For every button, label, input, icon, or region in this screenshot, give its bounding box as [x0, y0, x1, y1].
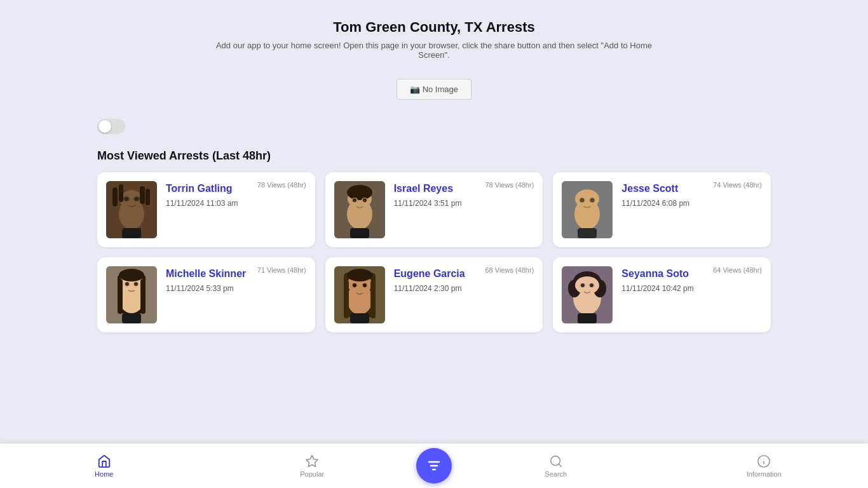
svg-point-10: [135, 197, 139, 201]
arrest-info: 68 Views (48hr) Eugene Garcia 11/11/2024…: [394, 266, 534, 294]
arrests-grid: 78 Views (48hr) Torrin Gatling 11/11/202…: [85, 172, 783, 332]
arrest-date: 11/11/2024 3:51 pm: [394, 198, 534, 209]
svg-point-23: [575, 189, 599, 208]
svg-point-50: [353, 283, 356, 287]
toggle-container: [85, 112, 783, 143]
svg-point-62: [590, 283, 593, 287]
svg-point-9: [125, 197, 128, 201]
mugshot: [334, 181, 385, 238]
views-badge: 74 Views (48hr): [713, 181, 762, 189]
arrest-card[interactable]: 78 Views (48hr) Torrin Gatling 11/11/202…: [97, 172, 315, 247]
svg-rect-4: [119, 184, 123, 202]
svg-point-15: [347, 185, 372, 200]
svg-rect-28: [578, 228, 597, 238]
search-icon: [549, 454, 563, 468]
svg-point-38: [125, 282, 129, 286]
no-image-container: 📷 No Image: [397, 79, 471, 100]
mugshot: [106, 181, 157, 238]
arrest-info: 74 Views (48hr) Jesse Scott 11/11/2024 6…: [621, 181, 762, 209]
arrest-date: 11/11/2024 2:30 pm: [394, 283, 534, 294]
svg-point-39: [134, 282, 138, 286]
svg-marker-64: [306, 455, 318, 466]
svg-point-33: [119, 269, 144, 281]
arrest-card[interactable]: 64 Views (48hr) Seyanna Soto 11/11/2024 …: [553, 257, 771, 332]
svg-point-2: [120, 190, 143, 210]
svg-line-69: [559, 464, 561, 466]
svg-point-19: [363, 198, 367, 202]
svg-point-51: [363, 283, 367, 287]
arrest-info: 78 Views (48hr) Israel Reyes 11/11/2024 …: [394, 181, 534, 209]
arrest-card[interactable]: 78 Views (48hr) Israel Reyes 11/11/2024 …: [325, 172, 543, 247]
bottom-nav: Home Popular Search Information: [0, 444, 868, 488]
page-title: Tom Green County, TX Arrests: [13, 19, 855, 36]
svg-rect-40: [122, 313, 141, 323]
svg-point-58: [575, 276, 599, 294]
nav-item-popular[interactable]: Popular: [208, 449, 417, 483]
arrest-date: 11/11/2024 5:33 pm: [166, 283, 306, 294]
page-wrapper: Tom Green County, TX Arrests Add our app…: [0, 0, 868, 488]
nav-center-button[interactable]: [416, 448, 452, 484]
section-title: Most Viewed Arrests (Last 48hr): [97, 149, 771, 163]
svg-point-18: [353, 198, 356, 202]
section-title-container: Most Viewed Arrests (Last 48hr): [85, 149, 783, 163]
no-image-text: 📷 No Image: [410, 85, 458, 94]
svg-point-26: [580, 198, 585, 203]
page-subtitle: Add our app to your home screen! Open th…: [212, 41, 656, 60]
svg-rect-52: [350, 313, 369, 323]
svg-rect-46: [344, 280, 349, 318]
popular-icon: [305, 454, 319, 468]
svg-point-27: [590, 198, 595, 203]
toggle-switch[interactable]: [97, 119, 125, 134]
mugshot: [106, 266, 157, 323]
filter-icon: [426, 458, 442, 473]
svg-rect-3: [112, 187, 118, 207]
information-icon: [757, 454, 771, 468]
mugshot: [562, 266, 613, 323]
mugshot: [334, 266, 385, 323]
arrest-date: 11/11/2024 10:42 pm: [621, 283, 762, 294]
nav-item-information[interactable]: Information: [660, 449, 869, 483]
no-image-box: 📷 No Image: [397, 79, 471, 100]
views-badge: 68 Views (48hr): [485, 266, 534, 274]
svg-point-45: [347, 269, 372, 281]
views-badge: 78 Views (48hr): [485, 181, 534, 189]
nav-label-home: Home: [95, 470, 113, 478]
arrest-card[interactable]: 71 Views (48hr) Michelle Skinner 11/11/2…: [97, 257, 315, 332]
mugshot: [562, 181, 613, 238]
nav-label-search: Search: [545, 470, 567, 478]
arrest-info: 71 Views (48hr) Michelle Skinner 11/11/2…: [166, 266, 306, 294]
page-header: Tom Green County, TX Arrests Add our app…: [0, 0, 868, 66]
arrest-date: 11/11/2024 6:08 pm: [621, 198, 762, 209]
views-badge: 64 Views (48hr): [713, 266, 762, 274]
svg-rect-47: [370, 280, 376, 318]
svg-rect-63: [578, 313, 597, 323]
arrest-info: 64 Views (48hr) Seyanna Soto 11/11/2024 …: [621, 266, 762, 294]
svg-point-61: [581, 283, 585, 287]
arrest-card[interactable]: 68 Views (48hr) Eugene Garcia 11/11/2024…: [325, 257, 543, 332]
svg-rect-34: [118, 279, 123, 314]
svg-rect-20: [350, 228, 369, 238]
svg-rect-6: [146, 189, 150, 205]
nav-label-popular: Popular: [300, 470, 324, 478]
svg-rect-11: [122, 228, 141, 238]
arrest-card[interactable]: 74 Views (48hr) Jesse Scott 11/11/2024 6…: [553, 172, 771, 247]
svg-rect-35: [140, 279, 146, 314]
svg-rect-5: [140, 186, 145, 204]
arrest-date: 11/11/2024 11:03 am: [166, 198, 306, 209]
views-badge: 71 Views (48hr): [257, 266, 306, 274]
nav-item-home[interactable]: Home: [0, 449, 208, 483]
nav-item-search[interactable]: Search: [452, 449, 660, 483]
home-icon: [97, 454, 111, 468]
arrest-info: 78 Views (48hr) Torrin Gatling 11/11/202…: [166, 181, 306, 209]
nav-label-information: Information: [747, 470, 782, 478]
views-badge: 78 Views (48hr): [257, 181, 306, 189]
